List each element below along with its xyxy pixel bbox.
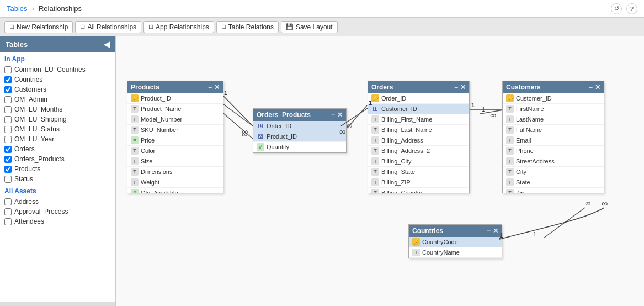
products-field-price[interactable]: #Price (127, 135, 223, 146)
sidebar-item-orders[interactable]: Orders (0, 144, 115, 154)
text-icon: T (506, 178, 514, 186)
products-field-color[interactable]: TColor (127, 146, 223, 156)
sidebar-item-common-lu-countries[interactable]: Common_LU_Countries (0, 65, 115, 75)
new-relationship-button[interactable]: ⊞ New Relationship (4, 21, 73, 33)
orders-products-field-order-id[interactable]: ⚿Order_ID (253, 121, 346, 131)
orders-field-billing-state[interactable]: TBilling_State (368, 167, 469, 177)
customers-field-lastname[interactable]: TLastName (503, 114, 604, 125)
text-icon: T (412, 249, 420, 256)
countries-table-header[interactable]: Countries − ✕ (409, 225, 502, 237)
text-icon: T (506, 105, 514, 113)
countries-field-country-code[interactable]: 🔑CountryCode (409, 237, 502, 247)
sidebar-item-om-lu-year[interactable]: OM_LU_Year (0, 134, 115, 144)
help-icon[interactable]: ? (626, 3, 637, 14)
countries-minimize-button[interactable]: − (487, 227, 491, 235)
orders-field-order-id[interactable]: 🔑Order_ID (368, 93, 469, 104)
sidebar-item-products[interactable]: Products (0, 164, 115, 174)
text-icon: T (131, 147, 139, 155)
customers-field-state[interactable]: TState (503, 177, 604, 188)
customers-field-email[interactable]: TEmail (503, 135, 604, 146)
sidebar-item-customers[interactable]: Customers (0, 85, 115, 94)
customers-field-city[interactable]: TCity (503, 167, 604, 177)
products-table-header[interactable]: Products − ✕ (127, 81, 223, 93)
orders-field-billing-zip[interactable]: TBilling_ZIP (368, 177, 469, 188)
orders-products-field-product-id[interactable]: ⚿Product_ID (253, 131, 346, 142)
customers-close-button[interactable]: ✕ (595, 83, 600, 91)
sidebar-collapse-button[interactable]: ◀ (104, 40, 110, 49)
products-field-sku-number[interactable]: TSKU_Number (127, 125, 223, 135)
orders-table: Orders − ✕ 🔑Order_ID ⚿Customer_ID TBilli… (368, 81, 470, 193)
sidebar-item-om-lu-status[interactable]: OM_LU_Status (0, 124, 115, 134)
customers-field-firstname[interactable]: TFirstName (503, 104, 604, 114)
orders-field-billing-city[interactable]: TBilling_City (368, 156, 469, 167)
sidebar-in-app-label: In App (0, 52, 115, 65)
orders-close-button[interactable]: ✕ (460, 83, 466, 91)
orders-minimize-button[interactable]: − (454, 83, 458, 91)
sidebar-item-om-lu-shipping[interactable]: OM_LU_Shipping (0, 114, 115, 124)
customers-table-header[interactable]: Customers − ✕ (503, 81, 604, 93)
products-field-model-number[interactable]: TModel_Number (127, 114, 223, 125)
sidebar-item-attendees[interactable]: Attendees (0, 217, 115, 226)
svg-text:1: 1 (224, 89, 227, 96)
customers-field-fullname[interactable]: TFullName (503, 125, 604, 135)
save-layout-button[interactable]: 💾 Save Layout (281, 21, 338, 33)
sidebar-item-om-lu-months[interactable]: OM_LU_Months (0, 104, 115, 114)
text-icon: T (371, 136, 379, 144)
orders-products-field-quantity[interactable]: #Quantity (253, 142, 346, 152)
app-relationships-button[interactable]: ⊞ App Relationships (143, 21, 214, 33)
products-table-title: Products (131, 83, 159, 91)
sidebar-item-address[interactable]: Address (0, 197, 115, 207)
products-close-button[interactable]: ✕ (214, 83, 220, 91)
svg-text:∞: ∞ (242, 130, 247, 139)
orders-field-billing-last-name[interactable]: TBilling_Last_Name (368, 125, 469, 135)
sidebar-item-status[interactable]: Status (0, 174, 115, 184)
svg-text:∞: ∞ (602, 199, 608, 208)
products-field-size[interactable]: TSize (127, 156, 223, 167)
text-icon: T (506, 168, 514, 176)
orders-field-customer-id[interactable]: ⚿Customer_ID (368, 104, 469, 114)
orders-table-header[interactable]: Orders − ✕ (368, 81, 469, 93)
orders-field-billing-address[interactable]: TBilling_Address (368, 135, 469, 146)
orders-field-billing-address-2[interactable]: TBilling_Address_2 (368, 146, 469, 156)
countries-close-button[interactable]: ✕ (493, 227, 498, 235)
text-icon: T (506, 147, 514, 155)
breadcrumb-separator: › (32, 4, 34, 13)
orders-products-table-header[interactable]: Orders_Products − ✕ (253, 109, 346, 121)
breadcrumb-tables-link[interactable]: Tables (7, 4, 28, 13)
num-icon: # (131, 189, 139, 193)
products-minimize-button[interactable]: − (208, 83, 212, 91)
orders-field-billing-first-name[interactable]: TBilling_First_Name (368, 114, 469, 125)
text-icon: T (506, 126, 514, 134)
orders-products-minimize-button[interactable]: − (331, 111, 335, 119)
products-field-product-id[interactable]: 🔑Product_ID (127, 93, 223, 104)
sidebar-item-countries[interactable]: Countries (0, 75, 115, 85)
sidebar-item-approval-process[interactable]: Approval_Process (0, 207, 115, 217)
products-field-qty-available[interactable]: #Qty_Available (127, 188, 223, 193)
sidebar-item-orders-products[interactable]: Orders_Products (0, 154, 115, 164)
svg-text:∞: ∞ (490, 110, 496, 120)
products-field-dimensions[interactable]: TDimensions (127, 167, 223, 177)
fk-icon: ⚿ (257, 122, 264, 130)
breadcrumb: Tables › Relationships (7, 4, 82, 13)
all-relationships-button[interactable]: ⊟ All Relationships (75, 21, 141, 33)
customers-field-zip[interactable]: TZip (503, 188, 604, 193)
customers-field-street-address[interactable]: TStreetAddress (503, 156, 604, 167)
orders-products-table-body: ⚿Order_ID ⚿Product_ID #Quantity (253, 121, 346, 152)
customers-field-customer-id[interactable]: 🔑Customer_ID (503, 93, 604, 104)
svg-text:∞: ∞ (347, 121, 352, 130)
customers-field-phone[interactable]: TPhone (503, 146, 604, 156)
orders-products-close-button[interactable]: ✕ (337, 111, 343, 119)
table-relations-button[interactable]: ⊟ Table Relations (216, 21, 279, 33)
refresh-icon[interactable]: ↺ (611, 3, 622, 14)
products-field-product-name[interactable]: TProduct_Name (127, 104, 223, 114)
sidebar-item-om-admin[interactable]: OM_Admin (0, 94, 115, 104)
diagram-canvas[interactable]: 1 ∞ ∞ 1 1 ∞ ∞ 1 Products − ✕ (116, 36, 644, 306)
customers-minimize-button[interactable]: − (589, 83, 593, 91)
customers-table-title: Customers (506, 83, 541, 91)
sidebar-scrollbar[interactable] (0, 302, 115, 306)
orders-field-billing-country[interactable]: TBilling_Country (368, 188, 469, 193)
num-icon: # (257, 143, 264, 151)
countries-field-country-name[interactable]: TCountryName (409, 247, 502, 258)
sidebar-header: Tables ◀ (0, 36, 115, 52)
products-field-weight[interactable]: TWeight (127, 177, 223, 188)
